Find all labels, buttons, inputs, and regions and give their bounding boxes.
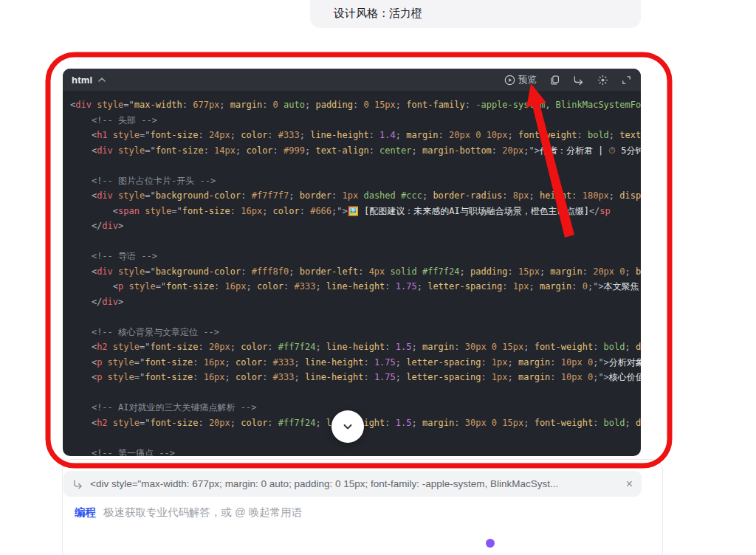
code-line: <p style="font-size: 16px; color: #333; …	[70, 370, 641, 385]
code-line: <div style="max-width: 677px; margin: 0 …	[70, 97, 641, 113]
chat-screen: 设计风格：活力橙 html 预览	[0, 0, 756, 555]
gear-icon	[597, 75, 608, 86]
code-line: <!-- 第一痛点 -->	[70, 446, 641, 457]
mode-tag-coding[interactable]: 编程	[75, 506, 96, 520]
code-line: </div>	[70, 218, 641, 234]
code-line: <div style="background-color: #fff8f0; b…	[70, 264, 641, 280]
user-message-bubble: 设计风格：活力橙	[310, 0, 641, 28]
preview-button[interactable]: 预览	[504, 74, 537, 86]
typing-indicator-dot	[486, 539, 495, 548]
code-line: <div style="font-size: 14px; color: #999…	[70, 143, 641, 159]
code-line	[70, 158, 641, 173]
code-line: <span style="font-size: 16px; color: #66…	[70, 204, 641, 219]
insert-button[interactable]	[573, 75, 585, 86]
code-line: <p style="font-size: 16px; color: #333; …	[70, 279, 641, 294]
code-line: <!-- 导语 -->	[70, 249, 641, 264]
preview-label: 预览	[518, 74, 537, 86]
code-line: <h2 style="font-size: 20px; color: #ff7f…	[70, 339, 641, 355]
code-line	[70, 234, 641, 249]
code-line: <p style="font-size: 16px; color: #333; …	[70, 355, 641, 370]
expand-icon	[621, 75, 632, 86]
code-line	[70, 385, 641, 401]
close-icon[interactable]: ×	[626, 478, 633, 490]
chevron-down-icon	[341, 420, 354, 433]
code-line: <!-- 核心背景与文章定位 -->	[70, 325, 641, 340]
code-line: </div>	[70, 294, 641, 310]
scroll-down-button[interactable]	[331, 410, 364, 443]
user-message-text: 设计风格：活力橙	[334, 7, 422, 21]
code-block-panel: html 预览	[63, 69, 641, 456]
play-circle-icon	[504, 75, 515, 86]
input-placeholder: 极速获取专业代码解答，或 @ 唤起常用语	[103, 506, 302, 520]
settings-button[interactable]	[597, 75, 608, 86]
code-block-header: html 预览	[63, 69, 641, 91]
code-line	[70, 309, 641, 325]
code-line: <div style="background-color: #f7f7f7; b…	[70, 188, 641, 204]
arrow-branch-icon	[573, 75, 585, 86]
code-line: <!-- 头部 -->	[70, 113, 641, 128]
code-line: <h1 style="font-size: 24px; color: #333;…	[70, 128, 641, 143]
quote-arrow-icon	[72, 479, 83, 489]
code-content[interactable]: <div style="max-width: 677px; margin: 0 …	[63, 91, 641, 456]
quoted-code-chip[interactable]: <div style="max-width: 677px; margin: 0 …	[63, 471, 642, 497]
quoted-code-text: <div style="max-width: 677px; margin: 0 …	[90, 478, 619, 489]
input-row[interactable]: 编程 极速获取专业代码解答，或 @ 唤起常用语	[75, 506, 302, 520]
code-language-label: html	[72, 75, 92, 86]
chevron-up-icon[interactable]	[97, 75, 107, 85]
message-input-container[interactable]: <div style="max-width: 677px; margin: 0 …	[62, 459, 663, 555]
expand-button[interactable]	[621, 75, 632, 86]
code-line: <!-- 图片占位卡片-开头 -->	[70, 173, 641, 189]
copy-button[interactable]	[549, 75, 560, 86]
copy-icon	[549, 75, 560, 86]
